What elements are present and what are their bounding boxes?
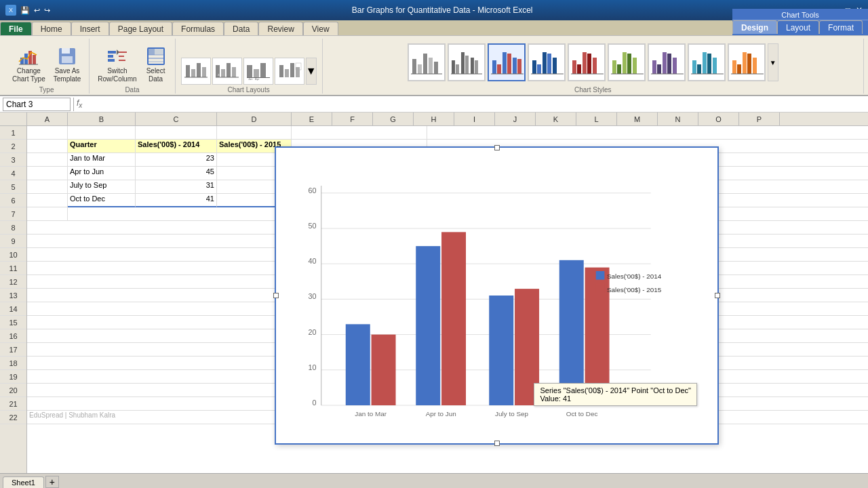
row-15[interactable]: 15 [0, 316, 26, 329]
cell-A3[interactable] [27, 153, 68, 167]
cell-C1[interactable] [136, 126, 217, 140]
tab-data[interactable]: Data [224, 22, 258, 35]
cell-B6[interactable]: Oct to Dec [68, 194, 136, 207]
cell-B2[interactable]: Quarter [68, 140, 136, 153]
tab-design[interactable]: Design [732, 20, 777, 34]
tab-insert[interactable]: Insert [71, 22, 109, 35]
cell-A2[interactable] [27, 140, 68, 153]
cell-A5[interactable] [27, 180, 68, 194]
col-P[interactable]: P [739, 113, 780, 125]
col-F[interactable]: F [332, 113, 373, 125]
col-K[interactable]: K [536, 113, 576, 125]
cell-C3[interactable]: 23 [136, 153, 217, 167]
row-19[interactable]: 19 [0, 370, 26, 384]
chart-style-3[interactable] [488, 43, 526, 81]
row-12[interactable]: 12 [0, 275, 26, 289]
row-10[interactable]: 10 [0, 248, 26, 262]
chart-style-9[interactable] [728, 43, 766, 81]
cell-C5[interactable]: 31 [136, 180, 217, 194]
row-5[interactable]: 5 [0, 180, 26, 194]
quick-access-redo[interactable]: ↪ [44, 6, 50, 15]
cell-D1[interactable] [217, 126, 292, 140]
row-8[interactable]: 8 [0, 221, 26, 235]
row-3[interactable]: 3 [0, 153, 26, 167]
quick-access-undo[interactable]: ↩ [34, 6, 40, 15]
col-A[interactable]: A [27, 113, 68, 125]
row-2[interactable]: 2 [0, 140, 26, 153]
chart-resize-left[interactable] [273, 293, 279, 298]
row-14[interactable]: 14 [0, 302, 26, 316]
col-D[interactable]: D [217, 113, 292, 125]
name-box[interactable] [3, 98, 71, 111]
row-9[interactable]: 9 [0, 235, 26, 248]
cell-C6[interactable]: 41 [136, 194, 217, 207]
switch-row-column-btn[interactable]: SwitchRow/Column [95, 44, 139, 85]
tab-review[interactable]: Review [258, 22, 302, 35]
cell-A1[interactable] [27, 126, 68, 140]
cell-E1[interactable] [292, 126, 427, 140]
row-13[interactable]: 13 [0, 289, 26, 302]
tab-view[interactable]: View [303, 22, 338, 35]
row-1[interactable]: 1 [0, 126, 26, 140]
layout-1[interactable] [181, 58, 211, 85]
col-L[interactable]: L [576, 113, 617, 125]
row-17[interactable]: 17 [0, 343, 26, 357]
row-11[interactable]: 11 [0, 262, 26, 275]
chart-style-6[interactable] [608, 43, 646, 81]
tab-home[interactable]: Home [32, 22, 71, 35]
chart-styles-scroll-down[interactable]: ▼ [768, 43, 778, 81]
insert-sheet-btn[interactable]: + [45, 476, 59, 488]
cell-B5[interactable]: July to Sep [68, 180, 136, 194]
tab-format[interactable]: Format [819, 20, 863, 34]
row-7[interactable]: 7 [0, 207, 26, 221]
col-J[interactable]: J [495, 113, 536, 125]
cell-C2[interactable]: Sales('00$) - 2014 [136, 140, 217, 153]
chart-style-7[interactable] [648, 43, 686, 81]
layout-3[interactable]: Jan Apr [243, 58, 273, 85]
cell-A4[interactable] [27, 167, 68, 180]
col-H[interactable]: H [414, 113, 454, 125]
chart-style-4[interactable] [528, 43, 566, 81]
cell-B3[interactable]: Jan to Mar [68, 153, 136, 167]
row-22[interactable]: 22 [0, 411, 26, 424]
chart-resize-bottom[interactable] [494, 441, 500, 446]
chart-style-5[interactable] [568, 43, 606, 81]
col-I[interactable]: I [454, 113, 495, 125]
col-M[interactable]: M [617, 113, 658, 125]
chart-area[interactable]: 0 10 20 30 40 50 60 [275, 146, 719, 445]
cell-B1[interactable] [68, 126, 136, 140]
row-20[interactable]: 20 [0, 384, 26, 397]
col-O[interactable]: O [698, 113, 739, 125]
cell-B4[interactable]: Apr to Jun [68, 167, 136, 180]
row-6[interactable]: 6 [0, 194, 26, 207]
col-C[interactable]: C [136, 113, 217, 125]
row-21[interactable]: 21 [0, 397, 26, 411]
chart-style-1[interactable] [408, 43, 446, 81]
layout-dropdown[interactable]: ▼ [306, 58, 317, 85]
col-G[interactable]: G [373, 113, 414, 125]
layout-2[interactable]: 23 [212, 58, 242, 85]
chart-style-2[interactable] [448, 43, 486, 81]
tab-layout[interactable]: Layout [777, 20, 819, 34]
cell-C4[interactable]: 45 [136, 167, 217, 180]
col-N[interactable]: N [658, 113, 698, 125]
quick-access-save[interactable]: 💾 [20, 6, 30, 15]
row-4[interactable]: 4 [0, 167, 26, 180]
cell-A7[interactable] [27, 207, 68, 221]
select-data-btn[interactable]: SelectData [142, 44, 170, 85]
layout-4[interactable] [275, 58, 304, 85]
row-16[interactable]: 16 [0, 329, 26, 343]
formula-input[interactable] [85, 100, 865, 109]
tab-file[interactable]: File [0, 22, 32, 35]
save-as-template-btn[interactable]: Save AsTemplate [51, 44, 84, 85]
chart-resize-top[interactable] [494, 145, 500, 150]
change-chart-type-btn[interactable]: ChangeChart Type [9, 44, 48, 85]
col-E[interactable]: E [292, 113, 332, 125]
row-18[interactable]: 18 [0, 357, 26, 370]
tab-page-layout[interactable]: Page Layout [109, 22, 172, 35]
tab-formulas[interactable]: Formulas [172, 22, 224, 35]
chart-resize-right[interactable] [715, 293, 720, 298]
col-B[interactable]: B [68, 113, 136, 125]
chart-style-8[interactable] [688, 43, 726, 81]
cell-A6[interactable] [27, 194, 68, 207]
